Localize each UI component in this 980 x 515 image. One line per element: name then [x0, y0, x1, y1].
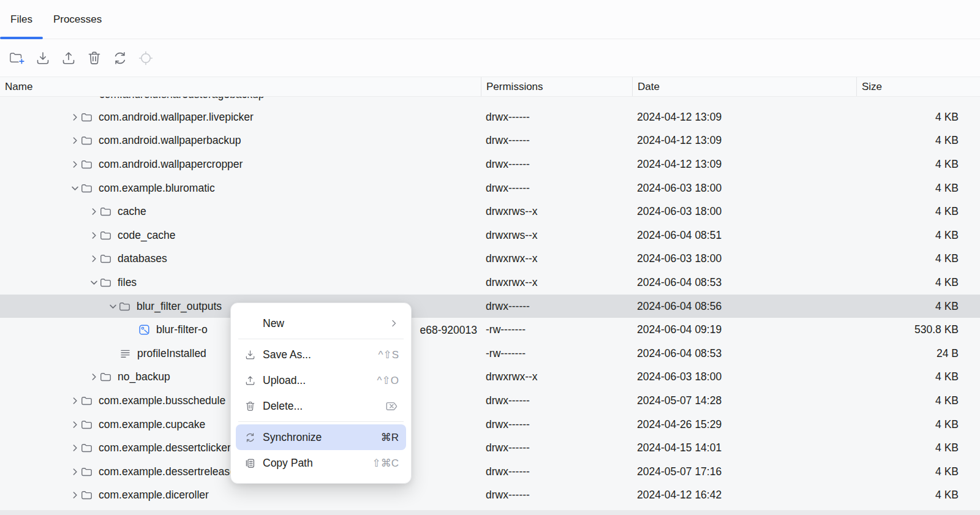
permissions-cell: drwxrws--x: [481, 205, 632, 218]
file-name-label: com.android.wallpaper.livepicker: [96, 111, 254, 124]
no-icon: [243, 317, 257, 330]
menu-item-synchronize[interactable]: Synchronize⌘R: [236, 424, 406, 450]
chevron-right-icon[interactable]: [69, 158, 81, 170]
menu-item-label: Upload...: [257, 374, 377, 387]
table-row[interactable]: com.android.wallpaper.livepickerdrwx----…: [0, 105, 980, 129]
chevron-right-icon[interactable]: [69, 394, 81, 407]
menu-item-label: Save As...: [257, 348, 378, 361]
chevron-right-icon[interactable]: [69, 489, 81, 502]
date-cell: 2024-06-03 18:00: [632, 205, 856, 218]
table-row[interactable]: com.example.cupcakedrwx------2024-04-26 …: [0, 413, 980, 437]
table-row[interactable]: blur_filter_outputsdrwx------2024-06-04 …: [0, 295, 980, 318]
file-name-label: blur_filter_outputs: [134, 300, 222, 313]
file-name-label: com.android.wallpaperbackup: [96, 134, 241, 147]
chevron-right-icon[interactable]: [88, 229, 100, 241]
size-cell: 24 B: [856, 347, 980, 360]
target-icon: [138, 50, 154, 66]
size-cell: 4 KB: [856, 394, 980, 407]
chevron-right-icon[interactable]: [69, 111, 81, 123]
partial-next-row: [0, 510, 980, 515]
file-name-label: com.example.cupcake: [96, 418, 205, 431]
tab-bar: Files Processes: [0, 0, 980, 39]
date-cell: 2024-05-07 14:28: [632, 394, 856, 407]
upload-button[interactable]: [60, 50, 77, 67]
chevron-right-icon[interactable]: [69, 465, 81, 478]
toolbar: [0, 39, 980, 77]
name-cell: com.android.wallpaperbackup: [0, 129, 481, 153]
chevron-right-icon[interactable]: [88, 206, 100, 218]
date-cell: 2024-06-04 09:19: [632, 323, 856, 336]
table-row[interactable]: com.example.bluromaticdrwx------2024-06-…: [0, 176, 980, 200]
chevron-right-icon[interactable]: [88, 253, 100, 265]
table-row[interactable]: blur-filter-oe68-920013-rw-------2024-06…: [0, 318, 980, 342]
new-folder-button[interactable]: [9, 50, 26, 67]
tab-files[interactable]: Files: [0, 0, 43, 39]
file-name-label: no_backup: [115, 370, 170, 383]
tab-processes[interactable]: Processes: [43, 0, 112, 39]
permissions-cell: drwxrwx--x: [481, 276, 632, 289]
menu-item-save-as[interactable]: Save As...^⇧S: [236, 342, 406, 367]
table-row[interactable]: cachedrwxrws--x2024-06-03 18:004 KB: [0, 200, 980, 224]
folder-icon: [81, 418, 96, 430]
table-row[interactable]: code_cachedrwxrws--x2024-06-04 08:514 KB: [0, 224, 980, 247]
menu-separator: [238, 339, 404, 339]
menu-item-copy-path[interactable]: Copy Path⇧⌘C: [236, 450, 406, 476]
table-row[interactable]: com.example.dicerollerdrwx------2024-04-…: [0, 484, 980, 508]
image-file-icon: [138, 324, 153, 336]
menu-item-label: New: [257, 317, 389, 330]
chevron-down-icon[interactable]: [107, 300, 119, 312]
menu-item-upload[interactable]: Upload...^⇧O: [236, 367, 406, 393]
chevron-right-icon[interactable]: [88, 371, 100, 383]
permissions-cell: drwx------: [481, 111, 632, 124]
size-cell: 530.8 KB: [856, 323, 980, 336]
column-header-size[interactable]: Size: [856, 77, 980, 96]
table-row[interactable]: com.example.busscheduledrwx------2024-05…: [0, 389, 980, 413]
size-cell: 4 KB: [856, 229, 980, 242]
column-header-date[interactable]: Date: [632, 77, 856, 96]
permissions-cell: drwx------: [481, 394, 632, 407]
table-row[interactable]: com.android.wallpapercropperdrwx------20…: [0, 152, 980, 176]
table-row[interactable]: no_backupdrwxrwx--x2024-06-03 18:004 KB: [0, 366, 980, 389]
name-cell: code_cache: [0, 224, 481, 247]
date-cell: 2024-05-07 17:16: [632, 465, 856, 478]
save-to-computer-button[interactable]: [34, 50, 51, 67]
table-row[interactable]: databasesdrwxrwx--x2024-06-03 18:004 KB: [0, 247, 980, 271]
menu-item-delete[interactable]: Delete...: [236, 393, 406, 419]
name-cell: com.android.wallpaper.livepicker: [0, 105, 481, 129]
table-row[interactable]: com.example.dessertreleasedrwx------2024…: [0, 460, 980, 484]
chevron-right-icon[interactable]: [69, 442, 81, 454]
permissions-cell: drwx------: [481, 465, 632, 478]
column-header-permissions[interactable]: Permissions: [481, 77, 632, 96]
file-name-label: com.example.busschedule: [96, 394, 225, 407]
table-row[interactable]: com.example.dessertclickerdrwx------2024…: [0, 436, 980, 460]
folder-icon: [100, 229, 115, 241]
folder-icon: [100, 253, 115, 265]
table-row[interactable]: filesdrwxrwx--x2024-06-04 08:534 KB: [0, 271, 980, 295]
size-cell: 4 KB: [856, 111, 980, 124]
menu-item-new[interactable]: New: [236, 310, 406, 336]
folder-icon: [119, 300, 134, 312]
chevron-right-icon[interactable]: [69, 135, 81, 147]
file-name-label: databases: [115, 252, 167, 265]
column-header-name[interactable]: Name: [0, 77, 481, 96]
chevron-down-icon[interactable]: [88, 276, 100, 288]
name-cell: files: [0, 271, 481, 295]
table-row[interactable]: com.android.wallpaperbackupdrwx------202…: [0, 129, 980, 153]
sync-icon: [112, 50, 128, 66]
new-folder-icon: [9, 50, 25, 66]
file-name-label: com.example.dessertclicker: [96, 442, 231, 454]
folder-icon: [100, 206, 115, 218]
folder-icon: [81, 394, 96, 407]
sync-icon: [243, 430, 257, 444]
delete-button[interactable]: [86, 50, 103, 67]
permissions-cell: drwx------: [481, 489, 632, 502]
file-tree-body: com.android.sharedstoragebackup com.andr…: [0, 97, 980, 515]
chevron-down-icon[interactable]: [69, 182, 81, 194]
file-tree-rows: com.android.wallpaper.livepickerdrwx----…: [0, 105, 980, 507]
table-row[interactable]: profileInstalled-rw-------2024-06-04 08:…: [0, 342, 980, 366]
trash-icon: [86, 50, 102, 66]
delete-forward-icon: [386, 401, 399, 412]
synchronize-button[interactable]: [111, 50, 129, 67]
date-cell: 2024-04-12 13:09: [632, 111, 856, 124]
chevron-right-icon[interactable]: [69, 418, 81, 430]
